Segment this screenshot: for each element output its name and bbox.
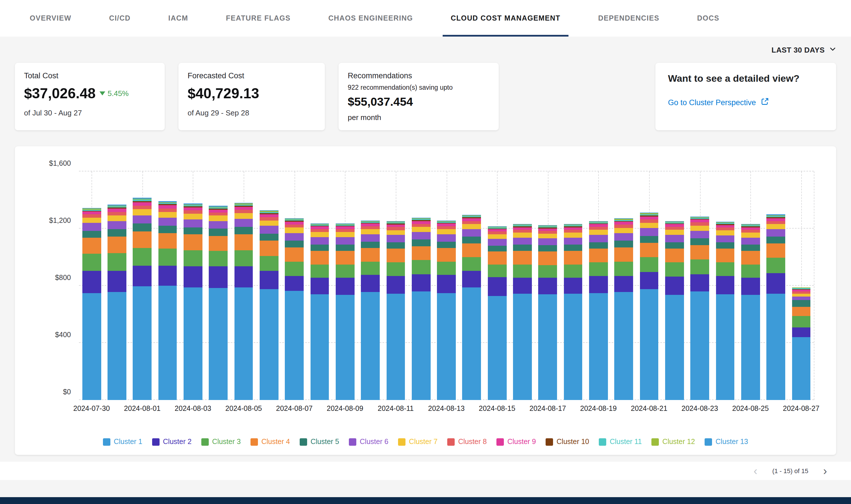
stacked-bar[interactable] (437, 172, 456, 400)
bar-segment[interactable] (386, 230, 405, 235)
stacked-bar[interactable] (310, 172, 329, 400)
legend-item[interactable]: Cluster 11 (599, 438, 642, 446)
bar-segment[interactable] (614, 262, 633, 276)
bar-segment[interactable] (107, 215, 126, 221)
bar-segment[interactable] (766, 294, 785, 400)
bar-segment[interactable] (285, 228, 304, 233)
bar-segment[interactable] (513, 251, 532, 265)
bar-segment[interactable] (437, 234, 456, 241)
stacked-bar[interactable] (386, 172, 405, 400)
bar-segment[interactable] (133, 202, 152, 206)
bar-segment[interactable] (158, 233, 177, 249)
legend-item[interactable]: Cluster 10 (545, 438, 589, 446)
bar-segment[interactable] (260, 220, 279, 226)
bar-segment[interactable] (82, 231, 101, 238)
bar-segment[interactable] (184, 211, 203, 214)
bar-segment[interactable] (336, 295, 354, 400)
bar-segment[interactable] (766, 273, 785, 294)
bar-segment[interactable] (336, 227, 354, 230)
legend-item[interactable]: Cluster 13 (705, 438, 748, 446)
bar-segment[interactable] (361, 226, 380, 230)
bar-segment[interactable] (336, 232, 354, 237)
bar-segment[interactable] (589, 262, 608, 276)
bar-segment[interactable] (538, 238, 557, 246)
stacked-bar[interactable] (614, 172, 633, 400)
bar-segment[interactable] (538, 294, 557, 400)
bar-segment[interactable] (437, 275, 456, 293)
bar-segment[interactable] (285, 233, 304, 240)
stacked-bar[interactable] (792, 172, 811, 400)
bar-segment[interactable] (133, 231, 152, 248)
bar-segment[interactable] (158, 217, 177, 226)
bar-segment[interactable] (158, 208, 177, 212)
bar-segment[interactable] (691, 222, 710, 226)
bar-segment[interactable] (766, 224, 785, 230)
bar-segment[interactable] (488, 251, 507, 264)
bar-segment[interactable] (158, 249, 177, 266)
bar-segment[interactable] (614, 224, 633, 228)
bar-segment[interactable] (412, 274, 431, 291)
bar-segment[interactable] (488, 239, 507, 246)
bar-segment[interactable] (640, 272, 659, 289)
bar-segment[interactable] (412, 221, 431, 224)
stacked-bar[interactable] (285, 172, 304, 400)
bar-segment[interactable] (336, 229, 354, 232)
bar-segment[interactable] (463, 221, 481, 224)
stacked-bar[interactable] (184, 172, 203, 400)
bar-segment[interactable] (209, 267, 228, 288)
legend-item[interactable]: Cluster 7 (398, 438, 437, 446)
bar-segment[interactable] (437, 293, 456, 400)
bar-segment[interactable] (665, 249, 684, 262)
bar-segment[interactable] (538, 265, 557, 278)
bar-segment[interactable] (209, 212, 228, 215)
bar-segment[interactable] (513, 294, 532, 400)
bar-segment[interactable] (209, 229, 228, 236)
bar-segment[interactable] (412, 291, 431, 400)
bar-segment[interactable] (665, 224, 684, 227)
bar-segment[interactable] (133, 206, 152, 210)
bar-segment[interactable] (412, 224, 431, 227)
bar-segment[interactable] (82, 212, 101, 214)
bar-segment[interactable] (361, 241, 380, 248)
legend-item[interactable]: Cluster 2 (152, 438, 192, 446)
bar-segment[interactable] (133, 224, 152, 232)
bar-segment[interactable] (285, 247, 304, 262)
bar-segment[interactable] (285, 291, 304, 400)
stacked-bar[interactable] (260, 172, 279, 400)
bar-segment[interactable] (614, 222, 633, 224)
bar-segment[interactable] (361, 234, 380, 241)
bar-segment[interactable] (741, 227, 760, 230)
bar-segment[interactable] (234, 227, 253, 234)
bar-segment[interactable] (614, 247, 633, 262)
legend-item[interactable]: Cluster 12 (652, 438, 695, 446)
bar-segment[interactable] (412, 227, 431, 232)
bar-segment[interactable] (386, 227, 405, 230)
pagination-prev-icon[interactable]: ‹ (753, 465, 757, 476)
bar-segment[interactable] (361, 224, 380, 227)
bar-segment[interactable] (538, 231, 557, 234)
bar-segment[interactable] (133, 215, 152, 224)
bar-segment[interactable] (107, 209, 126, 212)
bar-segment[interactable] (310, 229, 329, 232)
legend-item[interactable]: Cluster 5 (300, 438, 339, 446)
bar-segment[interactable] (665, 262, 684, 276)
bar-segment[interactable] (184, 267, 203, 287)
bar-segment[interactable] (766, 218, 785, 221)
bar-segment[interactable] (310, 244, 329, 251)
bar-segment[interactable] (589, 242, 608, 249)
legend-item[interactable]: Cluster 9 (497, 438, 536, 446)
bar-segment[interactable] (488, 277, 507, 296)
bar-segment[interactable] (563, 244, 583, 251)
bar-segment[interactable] (640, 219, 659, 223)
bar-segment[interactable] (538, 278, 557, 294)
bar-segment[interactable] (463, 237, 481, 244)
stacked-bar[interactable] (158, 172, 177, 400)
bar-segment[interactable] (158, 266, 177, 286)
bar-segment[interactable] (792, 327, 811, 337)
bar-segment[interactable] (209, 236, 228, 251)
bar-segment[interactable] (158, 226, 177, 233)
bar-segment[interactable] (538, 234, 557, 238)
legend-item[interactable]: Cluster 8 (447, 438, 487, 446)
bar-segment[interactable] (792, 291, 811, 294)
bar-segment[interactable] (538, 228, 557, 231)
